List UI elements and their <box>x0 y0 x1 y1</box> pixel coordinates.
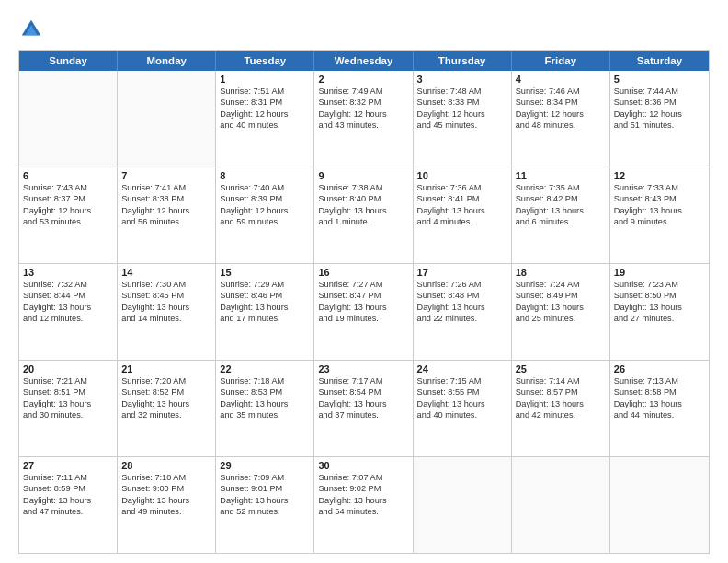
calendar-cell: 11Sunrise: 7:35 AMSunset: 8:42 PMDayligh… <box>512 167 610 263</box>
cell-line: Sunset: 8:54 PM <box>318 386 408 397</box>
calendar-cell <box>414 457 512 553</box>
day-number: 21 <box>121 363 211 374</box>
calendar-cell: 3Sunrise: 7:48 AMSunset: 8:33 PMDaylight… <box>414 71 512 167</box>
header-day-tuesday: Tuesday <box>216 51 314 71</box>
cell-line: Daylight: 12 hours <box>614 109 705 120</box>
cell-line: Sunrise: 7:20 AM <box>121 375 211 386</box>
cell-line: Sunset: 8:39 PM <box>220 193 310 204</box>
cell-line: Sunset: 8:57 PM <box>516 386 606 397</box>
cell-line: Daylight: 13 hours <box>417 398 507 409</box>
cell-line: and 35 minutes. <box>220 409 310 420</box>
day-number: 25 <box>516 363 606 374</box>
cell-line: and 40 minutes. <box>220 120 310 131</box>
calendar-cell: 1Sunrise: 7:51 AMSunset: 8:31 PMDaylight… <box>216 71 314 167</box>
cell-line: Sunrise: 7:17 AM <box>318 375 408 386</box>
cell-line: Sunset: 8:53 PM <box>220 386 310 397</box>
cell-line: Sunset: 8:31 PM <box>220 97 310 108</box>
cell-line: and 51 minutes. <box>614 120 705 131</box>
cell-line: Sunset: 8:32 PM <box>318 97 408 108</box>
cell-line: Sunset: 8:55 PM <box>417 386 507 397</box>
cell-line: Sunrise: 7:35 AM <box>516 182 606 193</box>
calendar-cell: 9Sunrise: 7:38 AMSunset: 8:40 PMDaylight… <box>314 167 413 263</box>
day-number: 22 <box>220 363 310 374</box>
day-number: 17 <box>417 267 507 278</box>
day-number: 30 <box>318 460 408 471</box>
cell-line: Sunrise: 7:38 AM <box>318 182 408 193</box>
calendar-cell: 7Sunrise: 7:41 AMSunset: 8:38 PMDaylight… <box>118 167 216 263</box>
cell-line: Sunrise: 7:49 AM <box>318 86 408 97</box>
cell-line: Sunset: 8:49 PM <box>516 290 606 301</box>
cell-line: Daylight: 12 hours <box>220 109 310 120</box>
cell-line: Sunset: 8:48 PM <box>417 290 507 301</box>
day-number: 1 <box>220 74 310 85</box>
cell-line: Daylight: 13 hours <box>23 495 113 506</box>
cell-line: Sunrise: 7:11 AM <box>23 472 113 483</box>
cell-line: Sunrise: 7:29 AM <box>220 279 310 290</box>
cell-line: Daylight: 13 hours <box>318 495 408 506</box>
cell-line: and 49 minutes. <box>121 506 211 517</box>
cell-line: Sunrise: 7:40 AM <box>220 182 310 193</box>
calendar-cell: 6Sunrise: 7:43 AMSunset: 8:37 PMDaylight… <box>19 167 118 263</box>
cell-line: and 30 minutes. <box>23 409 113 420</box>
calendar-body: 1Sunrise: 7:51 AMSunset: 8:31 PMDaylight… <box>19 71 709 553</box>
cell-line: Sunrise: 7:10 AM <box>121 472 211 483</box>
day-number: 20 <box>23 363 113 374</box>
day-number: 8 <box>220 170 310 181</box>
cell-line: Sunrise: 7:09 AM <box>220 472 310 483</box>
calendar-cell: 2Sunrise: 7:49 AMSunset: 8:32 PMDaylight… <box>314 71 413 167</box>
calendar-cell: 21Sunrise: 7:20 AMSunset: 8:52 PMDayligh… <box>118 361 216 456</box>
cell-line: Daylight: 12 hours <box>516 109 606 120</box>
calendar-row-1: 6Sunrise: 7:43 AMSunset: 8:37 PMDaylight… <box>19 167 709 263</box>
day-number: 18 <box>516 267 606 278</box>
cell-line: Sunset: 8:51 PM <box>23 386 113 397</box>
cell-line: Sunrise: 7:44 AM <box>614 86 705 97</box>
cell-line: Daylight: 13 hours <box>220 398 310 409</box>
cell-line: Sunset: 8:58 PM <box>614 386 705 397</box>
calendar-cell: 12Sunrise: 7:33 AMSunset: 8:43 PMDayligh… <box>610 167 709 263</box>
day-number: 7 <box>121 170 211 181</box>
day-number: 10 <box>417 170 507 181</box>
cell-line: and 32 minutes. <box>121 409 211 420</box>
cell-line: and 40 minutes. <box>417 409 507 420</box>
day-number: 27 <box>23 460 113 471</box>
calendar-cell: 29Sunrise: 7:09 AMSunset: 9:01 PMDayligh… <box>216 457 314 553</box>
cell-line: and 27 minutes. <box>614 313 705 324</box>
cell-line: Sunset: 8:47 PM <box>318 290 408 301</box>
header-day-thursday: Thursday <box>414 51 512 71</box>
cell-line: Sunset: 8:40 PM <box>318 193 408 204</box>
calendar-cell: 24Sunrise: 7:15 AMSunset: 8:55 PMDayligh… <box>414 361 512 456</box>
cell-line: and 47 minutes. <box>23 506 113 517</box>
calendar-row-3: 20Sunrise: 7:21 AMSunset: 8:51 PMDayligh… <box>19 360 709 456</box>
day-number: 9 <box>318 170 408 181</box>
cell-line: Sunset: 8:46 PM <box>220 290 310 301</box>
calendar-cell: 10Sunrise: 7:36 AMSunset: 8:41 PMDayligh… <box>414 167 512 263</box>
day-number: 23 <box>318 363 408 374</box>
day-number: 11 <box>516 170 606 181</box>
cell-line: and 53 minutes. <box>23 216 113 227</box>
cell-line: Sunset: 8:52 PM <box>121 386 211 397</box>
cell-line: and 54 minutes. <box>318 506 408 517</box>
calendar-cell: 20Sunrise: 7:21 AMSunset: 8:51 PMDayligh… <box>19 361 118 456</box>
cell-line: Sunset: 8:37 PM <box>23 193 113 204</box>
cell-line: Daylight: 12 hours <box>121 205 211 216</box>
cell-line: Daylight: 13 hours <box>417 205 507 216</box>
cell-line: Daylight: 13 hours <box>23 302 113 313</box>
calendar-cell: 19Sunrise: 7:23 AMSunset: 8:50 PMDayligh… <box>610 264 709 360</box>
cell-line: Sunrise: 7:14 AM <box>516 375 606 386</box>
cell-line: and 56 minutes. <box>121 216 211 227</box>
cell-line: Sunset: 8:42 PM <box>516 193 606 204</box>
calendar-cell: 16Sunrise: 7:27 AMSunset: 8:47 PMDayligh… <box>314 264 413 360</box>
cell-line: and 12 minutes. <box>23 313 113 324</box>
cell-line: Daylight: 13 hours <box>23 398 113 409</box>
cell-line: Sunset: 8:36 PM <box>614 97 705 108</box>
page: SundayMondayTuesdayWednesdayThursdayFrid… <box>0 0 728 563</box>
cell-line: Sunset: 9:01 PM <box>220 483 310 494</box>
cell-line: and 37 minutes. <box>318 409 408 420</box>
cell-line: Sunset: 9:00 PM <box>121 483 211 494</box>
calendar-cell: 22Sunrise: 7:18 AMSunset: 8:53 PMDayligh… <box>216 361 314 456</box>
cell-line: Sunrise: 7:46 AM <box>516 86 606 97</box>
cell-line: and 9 minutes. <box>614 216 705 227</box>
cell-line: Sunrise: 7:24 AM <box>516 279 606 290</box>
header-day-monday: Monday <box>118 51 216 71</box>
calendar-cell: 25Sunrise: 7:14 AMSunset: 8:57 PMDayligh… <box>512 361 610 456</box>
